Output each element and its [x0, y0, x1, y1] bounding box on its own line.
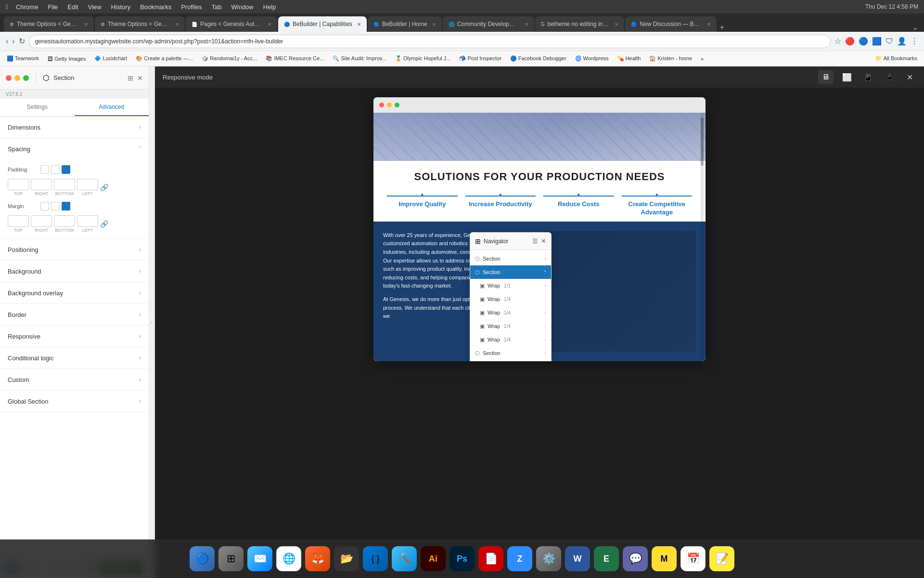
- extension-3[interactable]: 🟦: [872, 37, 882, 46]
- margin-right-input[interactable]: [31, 215, 52, 227]
- dock-excel[interactable]: E: [594, 546, 619, 571]
- nav-item-section-3[interactable]: ⬡ Section ›: [470, 346, 551, 360]
- nav-item-wrap-3[interactable]: ▣ Wrap 1/4 ›: [470, 306, 551, 319]
- nav-item-section-4[interactable]: ⬡ Section 👁 ›: [470, 360, 551, 361]
- dock-teams[interactable]: 💬: [623, 546, 648, 571]
- menu-view[interactable]: View: [88, 3, 102, 11]
- nav-item-wrap-5[interactable]: ▣ Wrap 1/4 ›: [470, 333, 551, 346]
- dock-launchpad[interactable]: ⊞: [218, 546, 244, 571]
- dock-miro[interactable]: M: [652, 546, 677, 571]
- padding-radio-1[interactable]: [40, 165, 49, 174]
- padding-bottom-input[interactable]: [54, 179, 75, 190]
- margin-radio-1[interactable]: [40, 202, 49, 210]
- device-desktop[interactable]: 🖥: [818, 70, 834, 84]
- traffic-green[interactable]: [23, 75, 29, 81]
- extension-1[interactable]: 🔴: [845, 37, 855, 46]
- bm-wp[interactable]: 🌀 Wordpress: [572, 54, 612, 63]
- tab-1-close[interactable]: ✕: [84, 22, 88, 27]
- device-tablet[interactable]: 📱: [860, 70, 876, 84]
- tab-7-close[interactable]: ✕: [615, 22, 618, 27]
- nav-item-section-2[interactable]: ⬡ Section ˄: [470, 265, 551, 279]
- reload-button[interactable]: ↻: [19, 37, 25, 46]
- padding-radio-3[interactable]: [62, 165, 70, 174]
- menu-chrome[interactable]: Chrome: [16, 3, 38, 11]
- tab-5[interactable]: 🔵 BeBuilder | Home ✕: [368, 16, 442, 32]
- nav-item-wrap-4[interactable]: ▣ Wrap 1/4 ›: [470, 319, 551, 333]
- padding-right-input[interactable]: [31, 179, 52, 190]
- more-btn[interactable]: ⋮: [911, 37, 918, 46]
- dock-finder[interactable]: 🔵: [190, 546, 215, 571]
- tab-8[interactable]: 🔵 New Discussion — Beth... ✕: [625, 16, 717, 32]
- section-global-header[interactable]: Global Section ›: [0, 391, 149, 412]
- bm-more[interactable]: »: [698, 55, 706, 63]
- bm-fb[interactable]: 🔵 Facebook Debugger: [507, 54, 569, 63]
- tab-2[interactable]: ⚙ Theme Options < Genes... ✕: [95, 16, 185, 32]
- dock-zoom[interactable]: Z: [507, 546, 532, 571]
- tab-6[interactable]: 🌐 Community Developme... ✕: [443, 16, 534, 32]
- bookmark-star[interactable]: ☆: [834, 37, 841, 46]
- back-button[interactable]: ‹: [6, 37, 8, 46]
- bm-lucid[interactable]: 🔷 Lucidchart: [91, 54, 130, 63]
- dock-mail[interactable]: ✉️: [247, 546, 272, 571]
- padding-left-input[interactable]: [77, 179, 98, 190]
- preview-scrollbar[interactable]: [701, 113, 704, 361]
- tab-8-close[interactable]: ✕: [707, 22, 711, 27]
- section-dimensions-header[interactable]: Dimensions ›: [0, 117, 149, 138]
- panel-close-icon[interactable]: ✕: [137, 74, 143, 82]
- dock-unknown1[interactable]: ⚙️: [536, 546, 561, 571]
- margin-link-icon[interactable]: 🔗: [100, 220, 108, 228]
- menu-window[interactable]: Window: [231, 3, 254, 11]
- device-mobile[interactable]: 📱: [882, 70, 897, 84]
- navigator-close-icon[interactable]: ✕: [541, 237, 546, 245]
- dock-vscode[interactable]: { }: [363, 546, 388, 571]
- dock-chrome[interactable]: 🌐: [276, 546, 301, 571]
- dock-illustrator[interactable]: Ai: [421, 546, 446, 571]
- dock-firefox[interactable]: 🦊: [305, 546, 330, 571]
- panel-collapse-handle[interactable]: ‹: [149, 66, 155, 578]
- dock-photoshop[interactable]: Ps: [449, 546, 475, 571]
- tab-settings[interactable]: Settings: [0, 99, 75, 116]
- tab-6-close[interactable]: ✕: [525, 22, 528, 27]
- padding-top-input[interactable]: [8, 179, 29, 190]
- menu-edit[interactable]: Edit: [67, 3, 78, 11]
- bm-teamwork[interactable]: 🟦 Teamwork: [4, 54, 42, 63]
- section-bg-overlay-header[interactable]: Background overlay ›: [0, 282, 149, 303]
- dock-calendar[interactable]: 📅: [680, 546, 706, 571]
- margin-bottom-input[interactable]: [54, 215, 75, 227]
- traffic-red[interactable]: [6, 75, 12, 81]
- menu-tab[interactable]: Tab: [212, 3, 222, 11]
- bm-imec[interactable]: 📚 IMEC Resource Ce...: [263, 54, 327, 63]
- menu-history[interactable]: History: [111, 3, 130, 11]
- section-border-header[interactable]: Border ›: [0, 304, 149, 325]
- device-tablet-landscape[interactable]: ⬜: [839, 70, 855, 84]
- dock-xcode[interactable]: 🔨: [392, 546, 417, 571]
- padding-radio-2[interactable]: [51, 165, 60, 174]
- tab-3-close[interactable]: ✕: [268, 22, 271, 27]
- bm-getty[interactable]: 🖼 Getty Images: [45, 55, 89, 63]
- tab-5-close[interactable]: ✕: [432, 22, 436, 27]
- extension-4[interactable]: 🛡: [886, 37, 893, 46]
- tab-7[interactable]: G betheme no editing in m... ✕: [535, 16, 625, 32]
- menu-profiles[interactable]: Profiles: [181, 3, 202, 11]
- dock-notes[interactable]: 📝: [709, 546, 734, 571]
- tab-dropdown[interactable]: ⌄: [912, 23, 918, 32]
- bm-all[interactable]: 📁 All Bookmarks: [873, 54, 920, 63]
- panel-grid-icon[interactable]: ⊞: [128, 74, 133, 82]
- section-responsive-header[interactable]: Responsive ›: [0, 326, 149, 347]
- navigator-menu-icon[interactable]: ☰: [532, 237, 538, 245]
- margin-radio-2[interactable]: [51, 202, 60, 210]
- tab-1[interactable]: ⚙ Theme Options < Genes... ✕: [4, 16, 94, 32]
- padding-link-icon[interactable]: 🔗: [100, 184, 108, 191]
- tab-4-active[interactable]: 🔵 BeBuilder | Capabilities ✕: [278, 16, 367, 32]
- dock-acrobat[interactable]: 📄: [478, 546, 503, 571]
- bm-random[interactable]: 🎲 Randomai1y - Acc...: [199, 54, 260, 63]
- nav-item-wrap-1[interactable]: ▣ Wrap 1/1 ›: [470, 279, 551, 292]
- new-tab-button[interactable]: +: [719, 23, 724, 32]
- margin-radio-3[interactable]: [62, 202, 70, 210]
- bm-site[interactable]: 🔍 Site Audit: Improv...: [330, 54, 389, 63]
- menu-help[interactable]: Help: [263, 3, 276, 11]
- bm-palette[interactable]: 🎨 Create a palette —...: [133, 54, 196, 63]
- bm-post[interactable]: 📬 Post Inspector: [456, 54, 504, 63]
- traffic-yellow[interactable]: [14, 75, 20, 81]
- section-spacing-header[interactable]: Spacing ˄: [0, 138, 149, 159]
